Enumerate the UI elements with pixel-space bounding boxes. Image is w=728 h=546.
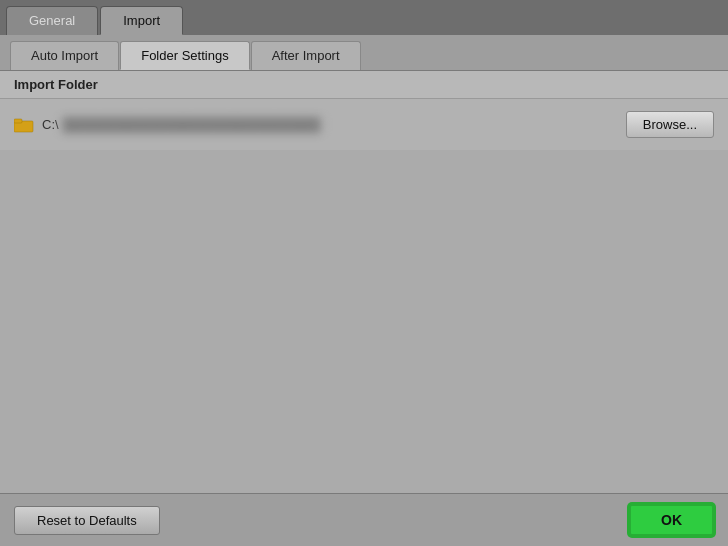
empty-content-area	[0, 150, 728, 493]
folder-icon	[14, 117, 34, 133]
bottom-bar: Reset to Defaults OK	[0, 493, 728, 546]
tab-import[interactable]: Import	[100, 6, 183, 35]
tab-folder-settings[interactable]: Folder Settings	[120, 41, 249, 70]
sub-tab-bar: Auto Import Folder Settings After Import	[0, 35, 728, 71]
top-tab-bar: General Import	[0, 0, 728, 35]
svg-rect-1	[14, 119, 22, 123]
tab-general[interactable]: General	[6, 6, 98, 35]
preferences-window: General Import Auto Import Folder Settin…	[0, 0, 728, 546]
browse-button[interactable]: Browse...	[626, 111, 714, 138]
folder-row: C:\████████████████████████████ Browse..…	[0, 99, 728, 150]
tab-after-import[interactable]: After Import	[251, 41, 361, 70]
reset-to-defaults-button[interactable]: Reset to Defaults	[14, 506, 160, 535]
folder-path: C:\████████████████████████████	[42, 117, 618, 132]
ok-button[interactable]: OK	[629, 504, 714, 536]
tab-auto-import[interactable]: Auto Import	[10, 41, 119, 70]
content-area: Import Folder C:\███████████████████████…	[0, 71, 728, 493]
section-header-import-folder: Import Folder	[0, 71, 728, 99]
